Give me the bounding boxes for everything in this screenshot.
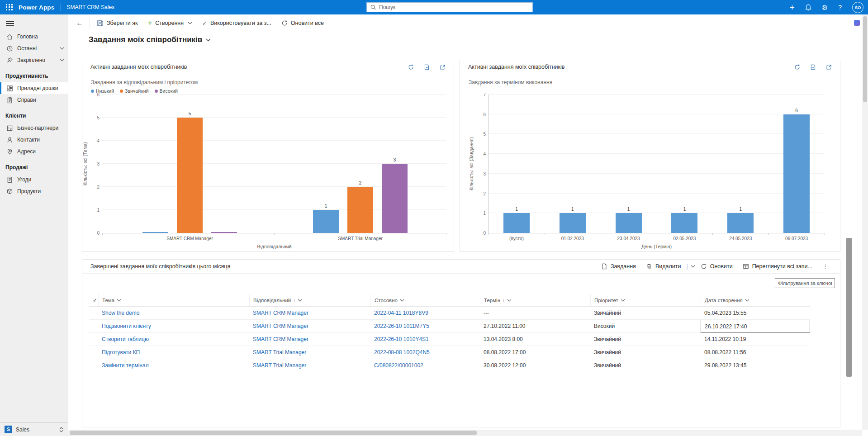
column-header-Тема[interactable]: Тема	[98, 294, 249, 306]
sidebar-item-accounts[interactable]: Бізнес-партнери	[0, 122, 68, 134]
create-button[interactable]: + Створення	[142, 17, 197, 29]
select-all-checkbox[interactable]: ✓	[89, 294, 98, 306]
app-launcher-icon[interactable]	[6, 4, 13, 11]
back-arrow-icon[interactable]: ←	[71, 19, 88, 27]
sidebar-item-activities[interactable]: Справи	[0, 94, 68, 106]
grid-cell: Високий	[590, 320, 701, 333]
grid-cell: 30.08.2022 12:00	[480, 359, 590, 372]
chart-bar[interactable]	[313, 210, 339, 233]
column-header-Пріоритет[interactable]: Пріоритет	[590, 294, 701, 306]
notifications-icon[interactable]	[805, 4, 811, 11]
gridline	[102, 94, 446, 95]
search-icon	[370, 5, 376, 10]
refresh-icon[interactable]	[408, 64, 414, 70]
page-vertical-scrollbar[interactable]	[862, 14, 868, 430]
dashboard-selector[interactable]: Завдання моїх співробітників	[68, 32, 211, 49]
chart-bar[interactable]	[727, 213, 754, 233]
record-link[interactable]: SMART CRM Manager	[249, 320, 370, 333]
y-axis-tick-label: 4	[90, 138, 100, 143]
popout-icon[interactable]	[826, 64, 832, 70]
bar-value-label: 1	[564, 207, 582, 212]
column-header-Термін[interactable]: Термін↑	[480, 294, 590, 306]
settings-gear-icon[interactable]: ⚙	[822, 4, 828, 11]
add-icon[interactable]: +	[790, 3, 795, 12]
chart-bar[interactable]	[347, 187, 373, 233]
report-icon[interactable]	[810, 64, 816, 70]
chart-bar[interactable]	[783, 114, 810, 233]
page-horizontal-scrollbar[interactable]	[68, 430, 862, 436]
record-link[interactable]: Підготувати КП	[98, 346, 249, 359]
y-axis-tick-label: 0	[477, 231, 486, 236]
row-checkbox[interactable]	[89, 307, 98, 320]
chart-bar[interactable]	[503, 213, 530, 233]
row-checkbox[interactable]	[89, 359, 98, 372]
y-axis-tick-label: 5	[477, 132, 486, 137]
sidebar-item-products[interactable]: Продукти	[0, 185, 68, 197]
sidebar-item-addresses[interactable]: Адреси	[0, 146, 68, 157]
record-link[interactable]: 2022-26-10 1010Y4S1	[370, 333, 480, 346]
chart-bar[interactable]	[671, 213, 697, 233]
refresh-button[interactable]: Оновити	[696, 261, 737, 271]
split-button-chevron[interactable]: |	[686, 263, 695, 270]
page-vertical-scrollbar-thumb[interactable]	[863, 16, 867, 102]
chart-bar[interactable]	[616, 213, 642, 233]
sidebar-item-pinned[interactable]: Закріплено	[0, 54, 68, 66]
record-link[interactable]: Подзвонити клієнту	[98, 320, 249, 333]
save-as-button[interactable]: Зберегти як	[92, 17, 142, 29]
chart-bar[interactable]	[177, 118, 203, 233]
environment-switcher[interactable]: S Sales	[0, 422, 68, 436]
more-commands-button[interactable]: ⋮	[818, 262, 833, 271]
record-link[interactable]: SMART Trial Manager	[249, 359, 370, 372]
record-link[interactable]: SMART CRM Manager	[249, 333, 370, 346]
sidebar-item-home[interactable]: Головна	[0, 31, 68, 43]
x-axis-tick	[545, 233, 545, 235]
record-link[interactable]: 2022-08-08 1002Q4N5	[370, 346, 480, 359]
page-horizontal-scrollbar-thumb[interactable]	[70, 431, 477, 435]
help-icon[interactable]: ?	[838, 4, 842, 10]
record-link[interactable]: SMART CRM Manager	[249, 307, 370, 320]
copilot-app-icon[interactable]	[854, 20, 860, 26]
record-link[interactable]: Замінити термінал	[98, 359, 249, 372]
sidebar-item-deals[interactable]: Угоди	[0, 174, 68, 185]
sidebar-item-dashboards[interactable]: Приладні дошки	[0, 82, 68, 94]
refresh-icon[interactable]	[794, 64, 800, 70]
view-all-button[interactable]: Переглянути всі запи...	[738, 261, 817, 271]
grid-icon	[743, 263, 749, 270]
record-link[interactable]: 2022-04-11 1018Y8V9	[370, 307, 480, 320]
refresh-all-button[interactable]: Оновити все	[276, 17, 329, 29]
task-button[interactable]: Завдання	[597, 261, 640, 271]
row-checkbox[interactable]	[89, 346, 98, 359]
chart-bar[interactable]	[142, 232, 168, 233]
user-avatar[interactable]: SO	[852, 2, 863, 13]
chart-bar[interactable]	[560, 213, 586, 233]
sidebar-item-label: Закріплено	[17, 57, 56, 63]
popout-icon[interactable]	[440, 64, 446, 70]
record-link[interactable]: 2022-26-10 1011M7Y5	[370, 320, 480, 333]
chart-title: Завдання за відповідальним і пріоритетом	[91, 79, 198, 85]
column-header-Дата створення[interactable]: Дата створення	[701, 294, 810, 306]
column-header-Відповідальний[interactable]: Відповідальний↑	[249, 294, 370, 306]
use-as-default-button[interactable]: ✓ Використовувати за з...	[197, 17, 276, 29]
hamburger-menu-icon[interactable]	[6, 21, 14, 26]
record-link[interactable]: C/080822/00001002	[370, 359, 480, 372]
dashboard-icon	[6, 85, 13, 92]
sidebar-item-recent[interactable]: Останні	[0, 43, 68, 54]
grid-cell[interactable]: 26.10.2022 17:40	[701, 320, 810, 333]
row-checkbox[interactable]	[89, 333, 98, 346]
row-checkbox[interactable]	[89, 320, 98, 333]
column-header-Стосовно[interactable]: Стосовно	[370, 294, 480, 306]
inner-vertical-scrollbar-thumb[interactable]	[846, 238, 852, 377]
record-link[interactable]: Show the demo	[98, 307, 249, 320]
delete-button[interactable]: Видалити	[641, 261, 686, 271]
sidebar-item-label: Угоди	[17, 176, 64, 183]
keyword-filter-input[interactable]	[775, 278, 835, 288]
chart-bar[interactable]	[382, 164, 408, 233]
record-link[interactable]: Створити таблицю	[98, 333, 249, 346]
global-search[interactable]: Пошук	[366, 2, 533, 12]
grid-cell: Звичайний	[590, 307, 701, 320]
y-axis-tick-label: 0	[90, 231, 100, 236]
sidebar-item-contacts[interactable]: Контакти	[0, 134, 68, 146]
report-icon[interactable]	[424, 64, 430, 70]
chart-bar[interactable]	[211, 232, 237, 233]
record-link[interactable]: SMART Trial Manager	[249, 346, 370, 359]
